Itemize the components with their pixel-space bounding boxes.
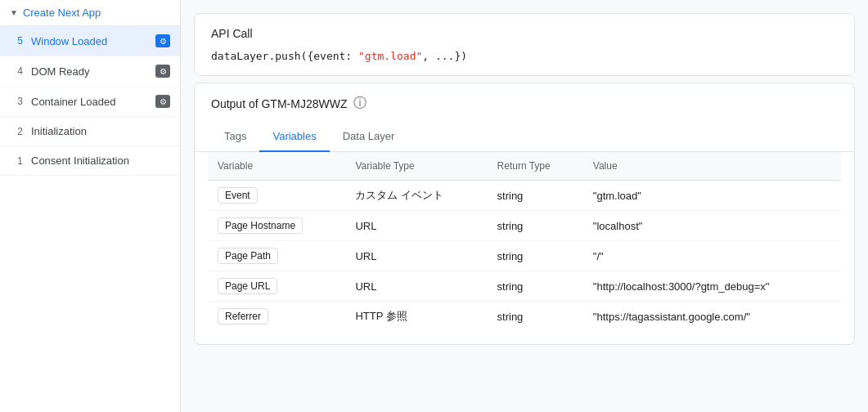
table-header-row: Variable Variable Type Return Type Value xyxy=(208,152,841,181)
col-header-value: Value xyxy=(583,152,841,181)
cell-value-3: "http://localhost:3000/?gtm_debug=x" xyxy=(583,271,841,302)
output-tabs: Tags Variables Data Layer xyxy=(195,122,854,152)
sidebar-label-dom-ready: DOM Ready xyxy=(31,65,147,78)
sidebar-item-window-loaded[interactable]: 5 Window Loaded ⚙ xyxy=(0,26,180,56)
cell-return-type-1: string xyxy=(488,211,583,241)
cell-return-type-2: string xyxy=(488,241,583,271)
cell-variable-0: Event xyxy=(208,181,345,211)
api-call-code-suffix: , ...}) xyxy=(422,50,467,62)
sidebar-item-dom-ready[interactable]: 4 DOM Ready ⚙ xyxy=(0,56,180,87)
cell-value-4: "https://tagassistant.google.com/" xyxy=(583,302,841,332)
sidebar-step-1: 1 xyxy=(10,155,23,167)
sidebar-app-header: ▼ Create Next App xyxy=(0,0,180,26)
cell-variable-type-0: カスタム イベント xyxy=(345,181,487,211)
col-header-return-type: Return Type xyxy=(488,152,583,181)
cell-variable-3: Page URL xyxy=(208,271,345,302)
output-card: Output of GTM-MJ28WWZ ⓘ Tags Variables D… xyxy=(194,83,855,345)
sidebar-step-5: 5 xyxy=(10,35,23,47)
cell-variable-type-3: URL xyxy=(345,271,487,302)
sidebar-step-2: 2 xyxy=(10,126,23,137)
sidebar-item-consent-initialization[interactable]: 1 Consent Initialization xyxy=(0,146,180,176)
api-call-title: API Call xyxy=(211,27,838,40)
api-call-code: dataLayer.push({event: "gtm.load", ...}) xyxy=(211,50,838,62)
table-row: Referrer HTTP 参照 string "https://tagassi… xyxy=(208,302,841,332)
output-title: Output of GTM-MJ28WWZ xyxy=(211,97,347,110)
api-call-code-prefix: dataLayer.push({event: xyxy=(211,50,358,62)
cell-value-2: "/" xyxy=(583,241,841,271)
cell-variable-type-2: URL xyxy=(345,241,487,271)
cell-return-type-4: string xyxy=(488,302,583,332)
cell-return-type-3: string xyxy=(488,271,583,302)
sidebar-label-initialization: Initialization xyxy=(31,125,170,137)
sidebar-step-4: 4 xyxy=(10,65,23,77)
cell-return-type-0: string xyxy=(488,181,583,211)
sidebar-badge-container-loaded: ⚙ xyxy=(155,95,170,108)
help-icon[interactable]: ⓘ xyxy=(353,95,367,112)
tab-data-layer[interactable]: Data Layer xyxy=(330,122,408,152)
sidebar-label-window-loaded: Window Loaded xyxy=(31,35,147,47)
sidebar-label-container-loaded: Container Loaded xyxy=(31,96,147,108)
cell-value-0: "gtm.load" xyxy=(583,181,841,211)
col-header-variable: Variable xyxy=(208,152,345,181)
sidebar-item-container-loaded[interactable]: 3 Container Loaded ⚙ xyxy=(0,87,180,117)
table-row: Page Hostname URL string "localhost" xyxy=(208,211,841,241)
main-content: API Call dataLayer.push({event: "gtm.loa… xyxy=(181,0,868,412)
sidebar-app-name: Create Next App xyxy=(23,7,101,19)
sidebar-label-consent-initialization: Consent Initialization xyxy=(31,154,170,167)
variables-table-wrapper: Variable Variable Type Return Type Value… xyxy=(195,152,854,344)
cell-variable-2: Page Path xyxy=(208,241,345,271)
tab-variables[interactable]: Variables xyxy=(259,122,329,152)
cell-variable-type-4: HTTP 参照 xyxy=(345,302,487,332)
sidebar-item-initialization[interactable]: 2 Initialization xyxy=(0,117,180,146)
table-row: Event カスタム イベント string "gtm.load" xyxy=(208,181,841,211)
sidebar-step-3: 3 xyxy=(10,96,23,107)
sidebar-badge-window-loaded: ⚙ xyxy=(155,34,170,47)
cell-value-1: "localhost" xyxy=(583,211,841,241)
table-row: Page Path URL string "/" xyxy=(208,241,841,271)
api-call-card: API Call dataLayer.push({event: "gtm.loa… xyxy=(194,13,855,76)
sidebar: ▼ Create Next App 5 Window Loaded ⚙ 4 DO… xyxy=(0,0,181,412)
cell-variable-4: Referrer xyxy=(208,302,345,332)
output-header: Output of GTM-MJ28WWZ ⓘ xyxy=(195,83,854,112)
table-row: Page URL URL string "http://localhost:30… xyxy=(208,271,841,302)
col-header-variable-type: Variable Type xyxy=(345,152,487,181)
cell-variable-1: Page Hostname xyxy=(208,211,345,241)
sidebar-badge-dom-ready: ⚙ xyxy=(155,65,170,78)
cell-variable-type-1: URL xyxy=(345,211,487,241)
tab-tags[interactable]: Tags xyxy=(211,122,259,152)
variables-table: Variable Variable Type Return Type Value… xyxy=(208,152,841,331)
sidebar-arrow-icon: ▼ xyxy=(10,8,18,17)
api-call-code-string: "gtm.load" xyxy=(358,50,422,62)
